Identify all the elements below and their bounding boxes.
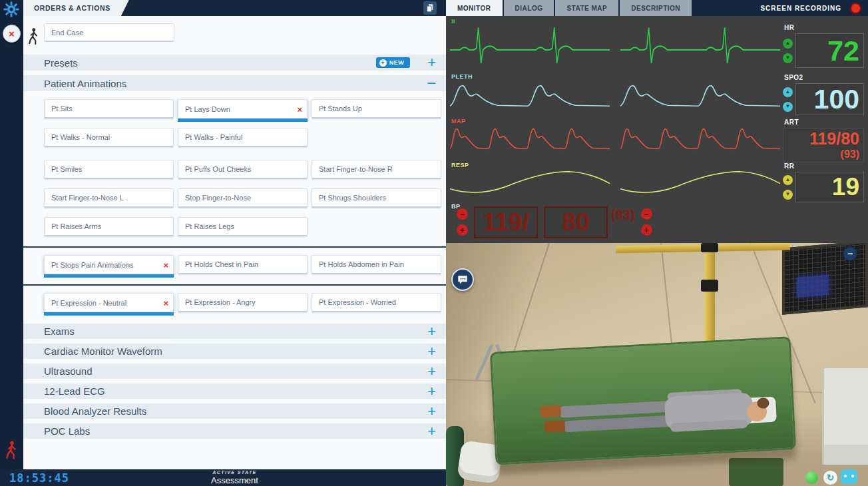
right-panel-header: MONITOR DIALOG STATE MAP DESCRIPTION SCR… <box>446 0 868 16</box>
btn-label: Pt Expression - Worried <box>319 298 396 306</box>
close-icon[interactable]: × <box>163 260 168 270</box>
animation-group-expression: Pt Expression - Neutral× Pt Expression -… <box>44 293 441 312</box>
bp-diastolic-decrease-button[interactable]: − <box>641 208 652 220</box>
expand-plus-icon[interactable]: + <box>427 405 436 418</box>
btn-pt-shrugs-shoulders[interactable]: Pt Shrugs Shoulders <box>312 188 441 208</box>
bp-systolic-text: 119/ <box>483 208 529 236</box>
collapse-animations-minus-icon[interactable]: − <box>427 77 436 90</box>
copy-pages-icon[interactable] <box>423 1 437 15</box>
expand-plus-icon[interactable]: + <box>427 425 436 438</box>
expand-presets-plus-icon[interactable]: + <box>427 56 436 69</box>
btn-pt-lays-down[interactable]: Pt Lays Down× <box>178 99 308 119</box>
section-patient-animations-title: Patient Animations <box>44 78 126 89</box>
end-case-button[interactable]: End Case <box>44 23 174 42</box>
close-icon[interactable]: × <box>297 104 302 114</box>
btn-pt-expression-angry[interactable]: Pt Expression - Angry <box>178 293 308 312</box>
cancel-action-icon[interactable]: × <box>3 25 21 43</box>
btn-label: Start Finger-to-Nose L <box>51 194 124 202</box>
left-panel-header: ORDERS & ACTIONS <box>23 0 446 16</box>
spo2-decrease-button[interactable]: ▼ <box>783 102 793 112</box>
btn-label: Pt Expression - Angry <box>185 298 256 306</box>
record-button[interactable] <box>850 3 861 14</box>
section-patient-animations[interactable]: Patient Animations − <box>23 75 446 91</box>
active-state-block: ACTIVE STATE Assessment <box>23 470 446 485</box>
settings-gear-icon[interactable] <box>3 1 19 17</box>
bp-systolic-increase-button[interactable]: + <box>457 224 468 236</box>
spo2-vital: SPO2 ▲ ▼ 100 <box>781 71 868 116</box>
tab-orders-actions[interactable]: ORDERS & ACTIONS <box>23 0 129 16</box>
art-value-box: 119/80 (93) <box>783 128 864 162</box>
tab-label: STATE MAP <box>566 5 607 12</box>
rr-decrease-button[interactable]: ▼ <box>783 190 793 200</box>
walking-person-icon[interactable] <box>27 27 40 45</box>
tab-description[interactable]: DESCRIPTION <box>620 0 692 16</box>
tab-state-map[interactable]: STATE MAP <box>555 0 618 16</box>
rr-value: 19 <box>795 172 864 202</box>
section-blood-analyzer-results[interactable]: Blood Analyzer Results + <box>23 403 446 419</box>
btn-label: Pt Expression - Neutral <box>51 299 126 307</box>
expand-plus-icon[interactable]: + <box>427 325 436 338</box>
spo2-increase-button[interactable]: ▲ <box>783 87 793 97</box>
btn-pt-stands-up[interactable]: Pt Stands Up <box>312 99 441 119</box>
btn-pt-stops-pain-animations[interactable]: Pt Stops Pain Animations× <box>44 255 174 274</box>
btn-pt-walks-normal[interactable]: Pt Walks - Normal <box>44 128 174 147</box>
btn-pt-holds-abdomen-in-pain[interactable]: Pt Holds Abdomen in Pain <box>312 255 441 274</box>
section-cardiac-monitor-waveform[interactable]: Cardiac Monitor Waveform + <box>23 344 446 359</box>
walking-disabled-icon <box>4 440 19 459</box>
tab-monitor[interactable]: MONITOR <box>446 0 503 16</box>
section-presets-title: Presets <box>44 57 78 69</box>
section-12-lead-ecg[interactable]: 12-Lead ECG + <box>23 383 446 399</box>
bp-systolic-decrease-button[interactable]: − <box>457 208 468 220</box>
btn-start-finger-to-nose-r[interactable]: Start Finger-to-Nose R <box>312 160 441 179</box>
pleth-label: PLETH <box>451 73 473 80</box>
tab-label: MONITOR <box>457 5 491 12</box>
monitor-row-bp: BP − + 119/ 80 (93) − + <box>446 201 868 243</box>
patient-speech-button[interactable] <box>451 268 474 291</box>
group-separator <box>23 284 446 286</box>
expand-plus-icon[interactable]: + <box>427 385 436 398</box>
animation-group-posture: Pt Sits Pt Lays Down× Pt Stands Up Pt Wa… <box>44 99 441 147</box>
hr-increase-button[interactable]: ▲ <box>783 39 793 49</box>
orders-actions-panel: End Case Presets + NEW + Patient Animati… <box>23 16 446 469</box>
section-ultrasound[interactable]: Ultrasound + <box>23 364 446 379</box>
animation-group-gestures: Pt Smiles Pt Puffs Out Cheeks Start Fing… <box>44 160 441 236</box>
btn-pt-smiles[interactable]: Pt Smiles <box>44 160 174 179</box>
btn-pt-walks-painful[interactable]: Pt Walks - Painful <box>178 128 308 147</box>
close-icon[interactable]: × <box>163 298 168 308</box>
section-presets[interactable]: Presets + NEW + <box>23 55 446 71</box>
lead-ii-label: II <box>451 18 455 25</box>
btn-pt-raises-legs[interactable]: Pt Raises Legs <box>178 217 308 236</box>
section-exams[interactable]: Exams + <box>23 324 446 339</box>
btn-pt-puffs-out-cheeks[interactable]: Pt Puffs Out Cheeks <box>178 160 308 179</box>
btn-pt-sits[interactable]: Pt Sits <box>44 99 174 119</box>
btn-pt-expression-worried[interactable]: Pt Expression - Worried <box>312 293 441 312</box>
btn-pt-raises-arms[interactable]: Pt Raises Arms <box>44 217 174 236</box>
patient-cot <box>490 336 796 465</box>
simulation-3d-view[interactable]: − ↻ <box>446 243 868 486</box>
btn-pt-holds-chest-in-pain[interactable]: Pt Holds Chest in Pain <box>178 255 308 274</box>
btn-label: Pt Sits <box>51 105 73 113</box>
new-preset-button[interactable]: + NEW <box>376 57 411 68</box>
rr-increase-button[interactable]: ▲ <box>783 175 793 185</box>
btn-pt-expression-neutral[interactable]: Pt Expression - Neutral× <box>44 293 174 312</box>
btn-label: Pt Shrugs Shoulders <box>319 194 386 202</box>
expand-plus-icon[interactable]: + <box>427 365 436 378</box>
hr-decrease-button[interactable]: ▼ <box>783 53 793 63</box>
expand-plus-icon[interactable]: + <box>427 345 436 358</box>
monitor-row-ecg: II HR ▲ ▼ <box>446 16 868 71</box>
btn-label: Pt Lays Down <box>185 105 230 113</box>
sync-button[interactable]: ↻ <box>823 471 837 485</box>
plus-circle-icon: + <box>379 59 387 67</box>
btn-stop-finger-to-nose[interactable]: Stop Finger-to-Nose <box>178 188 308 208</box>
btn-label: Pt Stops Pain Animations <box>51 261 134 269</box>
section-title: 12-Lead ECG <box>44 385 105 397</box>
tab-dialog[interactable]: DIALOG <box>504 0 554 16</box>
btn-start-finger-to-nose-l[interactable]: Start Finger-to-Nose L <box>44 188 174 208</box>
end-case-label: End Case <box>51 29 83 37</box>
bp-diastolic-increase-button[interactable]: + <box>641 224 652 236</box>
section-poc-labs[interactable]: POC Labs + <box>23 423 446 439</box>
robot-assistant-button[interactable] <box>841 469 857 484</box>
patient-leg <box>562 415 674 433</box>
btn-label: Start Finger-to-Nose R <box>319 165 393 173</box>
minimize-scene-button[interactable]: − <box>843 246 857 261</box>
